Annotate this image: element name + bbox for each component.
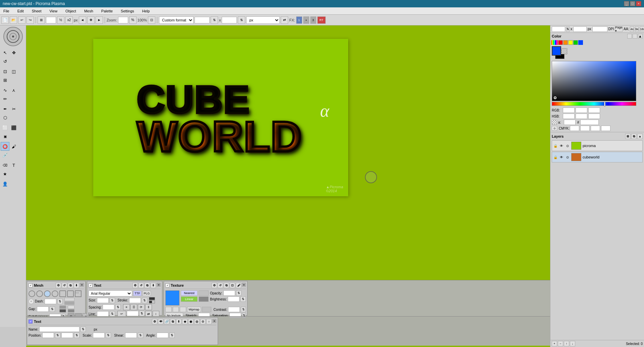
- mesh-close-btn[interactable]: ×: [80, 283, 84, 287]
- coord-y-input[interactable]: 3277: [573, 26, 587, 32]
- line-step-btn[interactable]: ⇅: [110, 311, 115, 317]
- color-collapse-btn[interactable]: ▲: [638, 34, 643, 39]
- canvas-area[interactable]: CUBE WORLD α ▲Picroma©2014 ✓ Mesh ⚙ ↺: [26, 25, 550, 347]
- bt-option2-btn[interactable]: ◉: [188, 319, 194, 324]
- curve-tool[interactable]: ∿: [1, 86, 9, 94]
- bt-angle-input[interactable]: [157, 333, 168, 338]
- color-btn-2[interactable]: [633, 34, 637, 39]
- arrow-left-button[interactable]: ◄: [79, 16, 86, 24]
- aa-4x-btn[interactable]: 4x: [630, 26, 634, 32]
- gap-style-4[interactable]: [68, 309, 74, 313]
- align-left-btn[interactable]: ≡: [123, 304, 130, 310]
- layer-down-btn[interactable]: ↓: [570, 341, 575, 346]
- zoom-fit-button[interactable]: ⊡: [148, 16, 155, 24]
- menu-mesh[interactable]: Mesh: [82, 8, 95, 14]
- color-gradient-picker[interactable]: [552, 61, 636, 101]
- shape-circle2-btn[interactable]: [36, 290, 43, 297]
- tex-refresh-btn[interactable]: ↺: [218, 283, 223, 288]
- marquee-tool[interactable]: ◫: [9, 67, 18, 76]
- bt-copy-btn[interactable]: ⧉: [170, 319, 175, 324]
- layer2-link-icon[interactable]: ⊙: [565, 155, 570, 159]
- text-enable-check[interactable]: ✓: [89, 283, 93, 287]
- transparent-color-swatch[interactable]: [561, 48, 567, 54]
- tex-paint-btn[interactable]: 🖌: [236, 283, 241, 288]
- text-reverse-btn[interactable]: ⟳: [138, 304, 145, 310]
- brightness-step-btn[interactable]: ⇅: [240, 296, 246, 302]
- spacing-input[interactable]: 0: [103, 304, 114, 310]
- mesh-icon[interactable]: ○: [29, 299, 34, 304]
- menu-view[interactable]: View: [47, 8, 59, 14]
- layers-grid-btn[interactable]: ⊞: [625, 134, 631, 139]
- menu-palette[interactable]: Palette: [99, 8, 115, 14]
- stroke-style-1[interactable]: [64, 298, 74, 301]
- bt-name-input[interactable]: [39, 327, 79, 332]
- line-value-step-btn[interactable]: ⇅: [139, 311, 145, 316]
- arrow-right-button[interactable]: ►: [96, 16, 103, 24]
- text-refresh-btn[interactable]: ↺: [139, 283, 144, 288]
- gap-input[interactable]: 2: [37, 306, 49, 312]
- figure-tool[interactable]: 👤: [1, 180, 9, 188]
- menu-edit[interactable]: Edit: [15, 8, 26, 14]
- line-input[interactable]: 0: [97, 311, 109, 317]
- bt-paste-btn[interactable]: ⬇: [176, 319, 181, 324]
- canvas-height-input[interactable]: 1000: [222, 17, 237, 23]
- snap-input[interactable]: 10: [46, 17, 56, 23]
- stroke-input[interactable]: 0: [129, 298, 141, 303]
- bt-option4-btn[interactable]: ⊙: [200, 319, 206, 324]
- undo-button[interactable]: ↩: [18, 16, 25, 24]
- bt-eye-btn[interactable]: 👁: [158, 319, 163, 324]
- m-input[interactable]: 0: [580, 126, 590, 131]
- hex-tool[interactable]: ⬡: [1, 113, 9, 122]
- mipmap-label-btn[interactable]: Mipmap: [187, 307, 201, 312]
- tex-mipmap-grid[interactable]: [202, 307, 211, 312]
- layer-del-btn[interactable]: −: [558, 341, 563, 346]
- layer-picroma[interactable]: 🔒 👁 ⊙ picroma: [552, 140, 643, 151]
- shape-circle4-btn[interactable]: [52, 290, 58, 297]
- close-button[interactable]: ×: [636, 1, 641, 6]
- pencil-tool[interactable]: ✏: [1, 94, 9, 103]
- bt-pos-y-step[interactable]: ⇅: [74, 333, 79, 338]
- bt-scale-step[interactable]: ⇅: [106, 333, 111, 338]
- units-dropdown[interactable]: px mm: [246, 16, 280, 24]
- stroke-style-2[interactable]: [64, 301, 74, 305]
- tex-snap-btn[interactable]: ⊡: [230, 283, 235, 288]
- nearest-btn[interactable]: Nearest: [181, 290, 198, 296]
- page-select-btn[interactable]: Page ▾: [615, 26, 623, 32]
- shape-square-btn[interactable]: [59, 290, 66, 297]
- tex-close-btn[interactable]: ×: [242, 283, 246, 287]
- bt-link-btn[interactable]: 🔗: [164, 319, 169, 324]
- coord-angle-input[interactable]: 235.93: [592, 26, 607, 32]
- menu-help[interactable]: Help: [140, 8, 152, 14]
- width-step-button[interactable]: ⇅: [211, 16, 218, 24]
- height-step-button[interactable]: ⇅: [238, 16, 245, 24]
- mesh-copy-btn[interactable]: ⧉: [68, 283, 73, 288]
- layer-cubeworld[interactable]: 🔒 👁 ⊙ cubeworld: [552, 152, 643, 162]
- coord-x-step[interactable]: ⇅: [566, 26, 570, 32]
- dash-input[interactable]: 1: [45, 299, 56, 304]
- rect-tool[interactable]: ⬜: [1, 123, 9, 132]
- select-tool[interactable]: ↖: [1, 48, 9, 57]
- bt-pos-x-step[interactable]: ⇅: [55, 333, 60, 338]
- gap-step-btn[interactable]: ⇅: [50, 306, 55, 312]
- opacity-input[interactable]: 100: [223, 290, 235, 296]
- r-input[interactable]: 0: [563, 108, 575, 113]
- swatch-blue[interactable]: [578, 40, 583, 45]
- cmyk-icon[interactable]: ⊙: [552, 126, 557, 131]
- s-input[interactable]: 100: [576, 114, 587, 119]
- fx-3-button[interactable]: 3: [310, 16, 316, 24]
- text-close-btn[interactable]: ×: [157, 283, 161, 287]
- star-tool[interactable]: ★: [1, 169, 9, 178]
- bt-option3-btn[interactable]: ◎: [194, 319, 200, 324]
- open-button[interactable]: 📂: [10, 16, 17, 24]
- rt-button[interactable]: RT: [317, 16, 326, 24]
- bt-name-step-btn[interactable]: ⇅: [80, 327, 86, 332]
- layer2-eye-icon[interactable]: 👁: [559, 155, 564, 159]
- grid-button[interactable]: ⊞: [38, 16, 45, 24]
- line-value-input[interactable]: 200: [127, 311, 139, 316]
- shape-square2-btn[interactable]: [67, 290, 74, 297]
- text-flip-btn[interactable]: ⇕: [145, 304, 152, 310]
- gap-style-2[interactable]: [59, 309, 66, 313]
- format-dropdown[interactable]: Custom format A4 Letter: [159, 16, 194, 24]
- fx-1-button[interactable]: 1: [296, 16, 302, 24]
- c-input[interactable]: 0: [570, 126, 579, 131]
